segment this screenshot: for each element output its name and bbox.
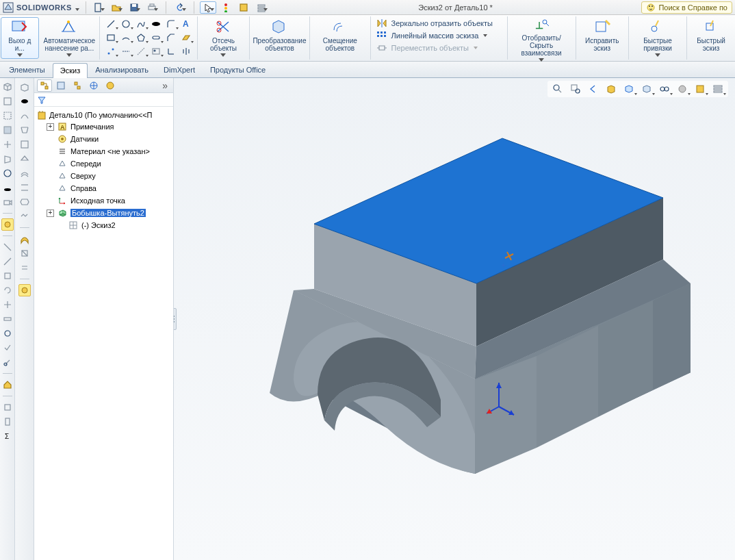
scene-icon[interactable] bbox=[693, 82, 708, 96]
fillet-tool[interactable] bbox=[164, 18, 178, 30]
wireframe-icon[interactable] bbox=[1, 95, 14, 107]
help-search[interactable]: Поиск в Справке по bbox=[641, 1, 732, 14]
panel-tab-prop[interactable] bbox=[53, 79, 68, 92]
section-view-icon[interactable] bbox=[604, 82, 619, 96]
tree-root[interactable]: Деталь10 (По умолчанию<<П bbox=[34, 110, 173, 120]
convert-button[interactable]: Преобразование объектов bbox=[250, 16, 310, 60]
point-tool[interactable] bbox=[104, 45, 118, 58]
rotate-icon[interactable] bbox=[1, 284, 14, 296]
equation-icon[interactable]: Σ bbox=[1, 430, 14, 442]
surface-revolve-icon[interactable] bbox=[18, 95, 31, 107]
fill-surface-icon[interactable] bbox=[18, 196, 31, 208]
print-button[interactable] bbox=[144, 1, 160, 14]
tab-elements[interactable]: Элементы bbox=[1, 62, 53, 77]
quick-snaps-button[interactable]: Быстрые привязки bbox=[629, 16, 687, 60]
ruled-icon[interactable] bbox=[18, 181, 31, 194]
zoom-fit-icon[interactable] bbox=[1, 270, 14, 282]
knit-icon[interactable] bbox=[18, 210, 31, 222]
mirror-line-tool[interactable] bbox=[179, 45, 193, 58]
panel-toggle-handle[interactable] bbox=[174, 308, 177, 330]
surface-extrude-icon[interactable] bbox=[18, 81, 31, 93]
show-relations-button[interactable]: ⊥ Отобразить/Скрыть взаимосвязи bbox=[508, 16, 576, 60]
panel-expand-icon[interactable]: » bbox=[159, 80, 170, 91]
panel-tab-tree[interactable] bbox=[37, 79, 52, 92]
centerline-tool[interactable] bbox=[119, 45, 133, 58]
rapid-sketch-button[interactable]: Быстрый эскиз bbox=[687, 16, 735, 60]
delete-face-icon[interactable] bbox=[18, 247, 31, 259]
tab-dimxpert[interactable]: DimXpert bbox=[156, 62, 203, 77]
line-tool[interactable] bbox=[104, 18, 118, 30]
appearance-icon[interactable] bbox=[675, 82, 690, 96]
flex-icon[interactable] bbox=[18, 233, 31, 245]
prev-view-icon[interactable] bbox=[586, 82, 601, 96]
decal-icon[interactable] bbox=[1, 167, 14, 179]
undo-button[interactable] bbox=[172, 1, 188, 14]
move-button[interactable]: Переместить объекты bbox=[376, 42, 502, 53]
text-tool[interactable]: A bbox=[179, 18, 193, 30]
config-icon[interactable] bbox=[1, 416, 14, 428]
tree-sensors[interactable]: Датчики bbox=[34, 133, 173, 145]
auto-dimension-button[interactable]: Автоматическое нанесение ра... bbox=[40, 16, 101, 60]
appearance2-icon[interactable] bbox=[18, 284, 31, 296]
replace-icon[interactable] bbox=[18, 262, 31, 274]
tree-front[interactable]: Спереди bbox=[34, 157, 173, 170]
rectangle-tool[interactable] bbox=[104, 31, 118, 44]
select-button[interactable] bbox=[200, 1, 216, 14]
zoom-area-icon[interactable] bbox=[568, 82, 583, 96]
measure-icon[interactable] bbox=[1, 313, 14, 325]
chamfer-tool[interactable] bbox=[164, 31, 178, 44]
coord-tool[interactable] bbox=[164, 45, 178, 58]
ellipse-tool[interactable] bbox=[149, 18, 163, 30]
tree-notes[interactable]: + A Примечания bbox=[34, 120, 173, 133]
display-style-icon[interactable] bbox=[639, 82, 654, 96]
offset-surface-icon[interactable] bbox=[18, 167, 31, 179]
check-icon[interactable] bbox=[1, 342, 14, 354]
polygon-tool[interactable] bbox=[134, 31, 148, 44]
save-button[interactable] bbox=[126, 1, 142, 14]
plane-tool[interactable] bbox=[179, 31, 193, 44]
panel-tab-config[interactable] bbox=[70, 79, 85, 92]
pan-icon[interactable] bbox=[1, 298, 14, 311]
mass-icon[interactable] bbox=[1, 327, 14, 340]
status-bar-toggle[interactable] bbox=[218, 1, 234, 14]
planar-icon[interactable] bbox=[18, 153, 31, 165]
tree-extrude[interactable]: + Бобышка-Вытянуть2 bbox=[34, 207, 173, 219]
viewport[interactable]: + bbox=[174, 78, 735, 560]
exit-sketch-button[interactable]: Выхо д и... bbox=[1, 17, 39, 59]
appear-icon[interactable] bbox=[1, 218, 14, 231]
options-button[interactable] bbox=[253, 1, 270, 14]
add-config-icon[interactable] bbox=[1, 401, 14, 413]
hidden-icon[interactable] bbox=[1, 110, 14, 122]
arc-tool[interactable] bbox=[119, 31, 133, 44]
section-icon[interactable] bbox=[1, 138, 14, 151]
offset-button[interactable]: Смещение объектов bbox=[310, 16, 370, 60]
picture-tool[interactable] bbox=[149, 45, 163, 58]
surface-sweep-icon[interactable] bbox=[18, 110, 31, 122]
hide-show-icon[interactable] bbox=[657, 82, 672, 96]
open-button[interactable] bbox=[108, 1, 125, 14]
tab-office[interactable]: Продукты Office bbox=[203, 62, 273, 77]
mirror-button[interactable]: Зеркально отразить объекты bbox=[376, 18, 502, 29]
panel-tab-dimx[interactable] bbox=[86, 79, 101, 92]
trim-button[interactable]: Отсечь объекты bbox=[198, 16, 250, 60]
tree-sketch2[interactable]: (-) Эскиз2 bbox=[34, 219, 173, 231]
explode-icon[interactable] bbox=[1, 241, 14, 253]
zoom-fit-icon[interactable] bbox=[550, 82, 565, 96]
collapse-icon[interactable] bbox=[1, 255, 14, 268]
filter-icon[interactable] bbox=[37, 95, 47, 105]
camera-icon[interactable] bbox=[1, 196, 14, 208]
tree-top[interactable]: Сверху bbox=[34, 170, 173, 182]
spline-tool[interactable] bbox=[134, 18, 148, 30]
view-settings-icon[interactable] bbox=[710, 82, 725, 96]
tab-sketch[interactable]: Эскиз bbox=[53, 63, 88, 78]
view3d-icon[interactable] bbox=[1, 81, 14, 93]
slot-tool[interactable] bbox=[149, 31, 163, 44]
linear-pattern-button[interactable]: Линейный массив эскиза bbox=[376, 30, 502, 41]
boundary-icon[interactable] bbox=[18, 138, 31, 151]
home-icon[interactable] bbox=[1, 379, 14, 391]
shaded-icon[interactable] bbox=[1, 124, 14, 136]
tree-origin[interactable]: Исходная точка bbox=[34, 194, 173, 207]
circle-tool[interactable] bbox=[119, 18, 133, 30]
view-orientation-icon[interactable] bbox=[621, 82, 636, 96]
menu-button[interactable] bbox=[72, 1, 81, 14]
